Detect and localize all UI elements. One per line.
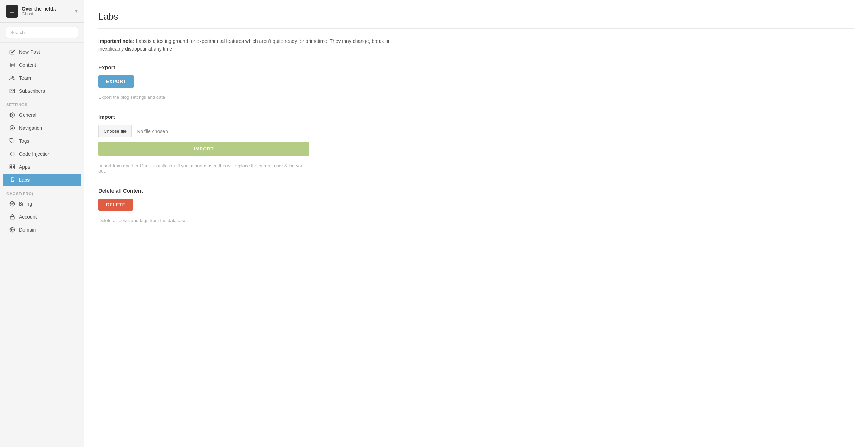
- import-button[interactable]: IMPORT: [98, 142, 309, 156]
- sidebar-nav: New Post Content Team Subscribers Settin…: [0, 43, 84, 239]
- export-title: Export: [98, 64, 309, 70]
- svg-rect-9: [10, 165, 12, 167]
- export-hint: Export the blog settings and data.: [98, 95, 309, 100]
- brand-name: Over the field..: [22, 6, 74, 12]
- svg-point-4: [11, 76, 12, 78]
- sidebar-item-new-post[interactable]: New Post: [3, 46, 81, 58]
- content-icon: [9, 62, 15, 68]
- account-icon: [9, 214, 15, 220]
- svg-rect-10: [13, 165, 15, 167]
- sidebar-search-container: [0, 23, 84, 43]
- settings-section-label: Settings: [0, 98, 84, 108]
- svg-rect-15: [10, 216, 14, 219]
- sidebar-item-labs-label: Labs: [19, 177, 30, 183]
- sidebar-item-tags[interactable]: Tags: [3, 135, 81, 147]
- choose-file-button[interactable]: Choose file: [99, 125, 132, 137]
- import-hint: Import from another Ghost installation. …: [98, 163, 309, 174]
- pencil-icon: [9, 49, 15, 55]
- import-section: Import Choose file No file chosen IMPORT…: [98, 114, 309, 174]
- delete-title: Delete all Content: [98, 188, 309, 194]
- apps-icon: [9, 164, 15, 170]
- sidebar-item-content[interactable]: Content: [3, 59, 81, 71]
- ghostpro-section-label: Ghost(Pro): [0, 187, 84, 197]
- svg-rect-0: [10, 63, 14, 67]
- sidebar-item-general-label: General: [19, 112, 37, 118]
- brand-sub: Ghost: [22, 12, 74, 17]
- important-note: Important note: Labs is a testing ground…: [98, 37, 415, 53]
- page-title: Labs: [98, 11, 854, 29]
- svg-rect-12: [13, 167, 15, 169]
- billing-icon: [9, 201, 15, 207]
- sidebar-item-navigation-label: Navigation: [19, 125, 42, 131]
- sidebar-item-team[interactable]: Team: [3, 72, 81, 84]
- sidebar-item-subscribers[interactable]: Subscribers: [3, 85, 81, 97]
- sidebar: ☰ Over the field.. Ghost ▼ New Post Cont…: [0, 0, 84, 447]
- svg-point-6: [10, 125, 14, 130]
- subscribers-icon: [9, 88, 15, 94]
- tag-icon: [9, 138, 15, 144]
- sidebar-item-billing-label: Billing: [19, 201, 32, 207]
- export-section: Export EXPORT Export the blog settings a…: [98, 64, 309, 100]
- sidebar-item-new-post-label: New Post: [19, 49, 40, 55]
- sidebar-item-billing[interactable]: Billing: [3, 197, 81, 210]
- svg-rect-11: [10, 167, 12, 169]
- svg-point-5: [12, 114, 13, 116]
- sidebar-item-apps-label: Apps: [19, 164, 30, 170]
- main-content: Labs Important note: Labs is a testing g…: [84, 0, 868, 447]
- file-input-row: Choose file No file chosen: [98, 125, 309, 138]
- sidebar-item-content-label: Content: [19, 62, 36, 68]
- team-icon: [9, 75, 15, 81]
- delete-section: Delete all Content DELETE Delete all pos…: [98, 188, 309, 223]
- delete-hint: Delete all posts and tags from the datab…: [98, 218, 309, 223]
- note-label: Important note:: [98, 38, 135, 44]
- sidebar-item-navigation[interactable]: Navigation: [3, 122, 81, 134]
- sidebar-item-account-label: Account: [19, 214, 37, 220]
- chevron-down-icon: ▼: [74, 9, 78, 14]
- sidebar-item-labs[interactable]: Labs: [3, 174, 81, 186]
- sidebar-item-domain-label: Domain: [19, 227, 36, 233]
- labs-icon: [9, 177, 15, 183]
- gear-icon: [9, 112, 15, 118]
- sidebar-item-team-label: Team: [19, 75, 31, 81]
- sidebar-item-code-injection[interactable]: Code Injection: [3, 148, 81, 160]
- navigation-icon: [9, 125, 15, 131]
- search-input[interactable]: [6, 27, 78, 38]
- delete-button[interactable]: DELETE: [98, 199, 133, 211]
- note-text: Labs is a testing ground for experimenta…: [98, 38, 390, 52]
- sidebar-item-subscribers-label: Subscribers: [19, 88, 45, 94]
- svg-marker-7: [11, 127, 13, 129]
- sidebar-item-code-injection-label: Code Injection: [19, 151, 51, 157]
- import-title: Import: [98, 114, 309, 120]
- sidebar-item-general[interactable]: General: [3, 109, 81, 121]
- sidebar-item-domain[interactable]: Domain: [3, 224, 81, 236]
- sidebar-item-tags-label: Tags: [19, 138, 30, 144]
- brand-icon: ☰: [9, 8, 14, 14]
- domain-icon: [9, 227, 15, 233]
- sidebar-header[interactable]: ☰ Over the field.. Ghost ▼: [0, 0, 84, 23]
- sidebar-logo: ☰: [6, 5, 18, 18]
- sidebar-item-apps[interactable]: Apps: [3, 161, 81, 173]
- file-name-label: No file chosen: [132, 125, 309, 138]
- sidebar-item-account[interactable]: Account: [3, 210, 81, 223]
- code-icon: [9, 151, 15, 157]
- sidebar-brand-info: Over the field.. Ghost: [22, 6, 74, 17]
- export-button[interactable]: EXPORT: [98, 75, 134, 88]
